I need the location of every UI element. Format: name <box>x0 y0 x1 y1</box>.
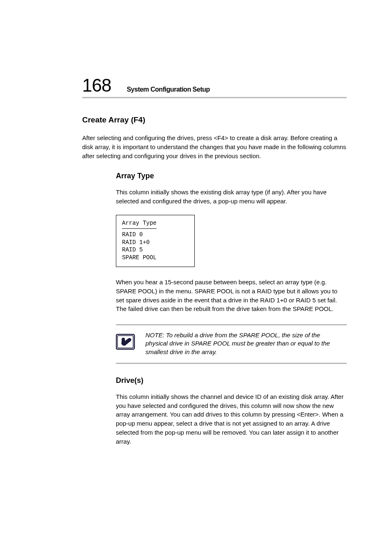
header-title: System Configuration Setup <box>127 86 210 93</box>
subheading-drives: Drive(s) <box>116 376 347 385</box>
menu-heading: Array Type <box>122 219 157 229</box>
section-heading-create-array: Create Array (F4) <box>82 115 347 124</box>
paragraph-drives: This column initially shows the channel … <box>116 392 347 446</box>
menu-item-raid0: RAID 0 <box>122 231 143 238</box>
paragraph-intro: After selecting and configuring the driv… <box>82 134 347 160</box>
array-type-menu: Array Type RAID 0 RAID 1+0 RAID 5 SPARE … <box>116 215 195 267</box>
subheading-array-type: Array Type <box>116 172 347 180</box>
menu-item-sparepool: SPARE POOL <box>122 254 157 261</box>
paragraph-array-type-1: This column initially shows the existing… <box>116 188 347 206</box>
note-text: NOTE: To rebuild a drive from the SPARE … <box>145 331 347 356</box>
page-header: 168 System Configuration Setup <box>82 76 347 98</box>
note-block: NOTE: To rebuild a drive from the SPARE … <box>116 324 347 364</box>
note-hand-icon <box>116 331 136 350</box>
menu-item-raid10: RAID 1+0 <box>122 239 150 246</box>
paragraph-array-type-2: When you hear a 15-second pause between … <box>116 278 347 313</box>
page-number: 168 <box>82 76 111 94</box>
menu-item-raid5: RAID 5 <box>122 246 143 253</box>
